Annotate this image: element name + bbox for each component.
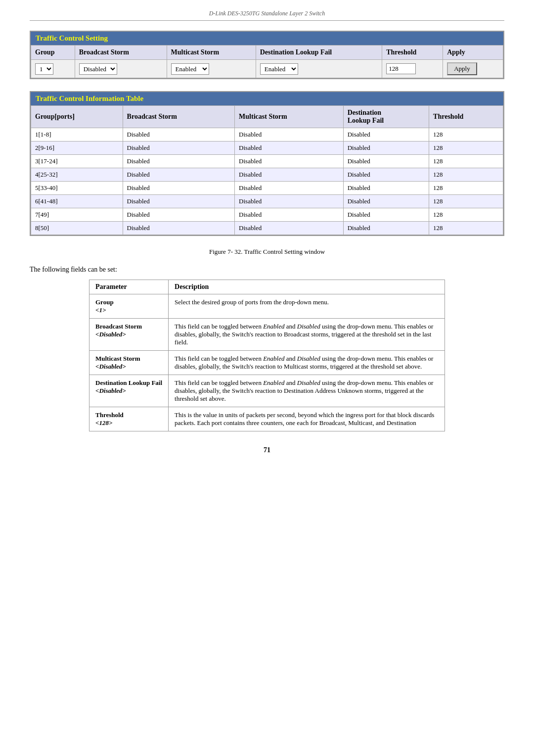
param-table: Parameter Description Group <1>Select th… xyxy=(89,280,445,431)
info-cell-dest: Disabled xyxy=(343,155,429,168)
info-cell-broadcast: Disabled xyxy=(123,155,235,168)
info-col-broadcast: Broadcast Storm xyxy=(123,106,235,128)
info-cell-group: 3[17-24] xyxy=(31,155,123,168)
page-header: D-Link DES-3250TG Standalone Layer 2 Swi… xyxy=(30,10,504,21)
param-name: Group <1> xyxy=(89,294,169,319)
info-cell-dest: Disabled xyxy=(343,142,429,155)
info-table: Group[ports] Broadcast Storm Multicast S… xyxy=(31,105,503,235)
dest-lookup-select[interactable]: Enabled Disabled xyxy=(260,63,298,75)
traffic-control-setting-panel: Traffic Control Setting Group Broadcast … xyxy=(30,31,504,79)
param-name: Destination Lookup Fail <Disabled> xyxy=(89,375,169,407)
param-row: Broadcast Storm <Disabled>This field can… xyxy=(89,319,445,351)
param-name: Broadcast Storm <Disabled> xyxy=(89,319,169,351)
following-text: The following fields can be set: xyxy=(30,266,504,274)
param-description: This field can be toggled between Enable… xyxy=(169,351,445,375)
traffic-control-setting-title: Traffic Control Setting xyxy=(31,32,503,45)
info-cell-multicast: Disabled xyxy=(235,182,344,195)
info-cell-dest: Disabled xyxy=(343,128,429,142)
param-description: This field can be toggled between Enable… xyxy=(169,319,445,351)
info-cell-multicast: Disabled xyxy=(235,222,344,235)
info-cell-multicast: Disabled xyxy=(235,128,344,142)
header-title: D-Link DES-3250TG Standalone Layer 2 Swi… xyxy=(209,10,325,17)
param-row: Threshold <128>This is the value in unit… xyxy=(89,407,445,431)
info-cell-multicast: Disabled xyxy=(235,155,344,168)
param-name: Multicast Storm <Disabled> xyxy=(89,351,169,375)
settings-table: Group Broadcast Storm Multicast Storm De… xyxy=(31,45,503,78)
traffic-control-info-content: Group[ports] Broadcast Storm Multicast S… xyxy=(31,105,503,235)
param-row: Destination Lookup Fail <Disabled>This f… xyxy=(89,375,445,407)
info-cell-group: 4[25-32] xyxy=(31,168,123,182)
info-cell-threshold: 128 xyxy=(429,195,503,208)
info-cell-broadcast: Disabled xyxy=(123,222,235,235)
info-cell-group: 6[41-48] xyxy=(31,195,123,208)
info-cell-threshold: 128 xyxy=(429,168,503,182)
info-cell-threshold: 128 xyxy=(429,128,503,142)
table-row: 2[9-16]DisabledDisabledDisabled128 xyxy=(31,142,503,155)
param-col-header: Parameter xyxy=(89,280,169,294)
info-cell-threshold: 128 xyxy=(429,182,503,195)
traffic-control-info-title: Traffic Control Information Table xyxy=(31,92,503,105)
threshold-input[interactable] xyxy=(386,63,416,74)
desc-col-header: Description xyxy=(169,280,445,294)
info-cell-dest: Disabled xyxy=(343,222,429,235)
info-cell-group: 8[50] xyxy=(31,222,123,235)
multicast-storm-select[interactable]: Enabled Disabled xyxy=(171,63,209,75)
param-description: This is the value in units of packets pe… xyxy=(169,407,445,431)
table-row: 4[25-32]DisabledDisabledDisabled128 xyxy=(31,168,503,182)
table-row: 6[41-48]DisabledDisabledDisabled128 xyxy=(31,195,503,208)
info-cell-group: 7[49] xyxy=(31,208,123,222)
settings-row: 1 2 3 4 5 6 7 8 Disabled E xyxy=(31,60,503,78)
info-cell-group: 1[1-8] xyxy=(31,128,123,142)
param-row: Group <1>Select the desired group of por… xyxy=(89,294,445,319)
info-cell-broadcast: Disabled xyxy=(123,142,235,155)
threshold-cell xyxy=(382,60,443,78)
info-col-multicast: Multicast Storm xyxy=(235,106,344,128)
table-row: 5[33-40]DisabledDisabledDisabled128 xyxy=(31,182,503,195)
info-cell-broadcast: Disabled xyxy=(123,182,235,195)
dest-lookup-cell: Enabled Disabled xyxy=(256,60,382,78)
col-group: Group xyxy=(31,46,75,60)
info-cell-threshold: 128 xyxy=(429,142,503,155)
multicast-storm-cell: Enabled Disabled xyxy=(167,60,256,78)
page-number: 71 xyxy=(30,446,504,454)
col-threshold: Threshold xyxy=(382,46,443,60)
info-cell-multicast: Disabled xyxy=(235,195,344,208)
table-row: 7[49]DisabledDisabledDisabled128 xyxy=(31,208,503,222)
figure-caption: Figure 7- 32. Traffic Control Setting wi… xyxy=(30,248,504,256)
param-description: This field can be toggled between Enable… xyxy=(169,375,445,407)
col-apply: Apply xyxy=(443,46,503,60)
info-col-dest: DestinationLookup Fail xyxy=(343,106,429,128)
info-cell-dest: Disabled xyxy=(343,182,429,195)
info-cell-broadcast: Disabled xyxy=(123,128,235,142)
table-row: 3[17-24]DisabledDisabledDisabled128 xyxy=(31,155,503,168)
info-cell-multicast: Disabled xyxy=(235,208,344,222)
group-select[interactable]: 1 2 3 4 5 6 7 8 xyxy=(35,63,53,75)
info-cell-threshold: 128 xyxy=(429,208,503,222)
info-cell-broadcast: Disabled xyxy=(123,195,235,208)
traffic-control-setting-content: Group Broadcast Storm Multicast Storm De… xyxy=(31,45,503,78)
info-cell-multicast: Disabled xyxy=(235,168,344,182)
info-cell-dest: Disabled xyxy=(343,168,429,182)
col-dest-lookup: Destination Lookup Fail xyxy=(256,46,382,60)
info-cell-threshold: 128 xyxy=(429,155,503,168)
info-cell-multicast: Disabled xyxy=(235,142,344,155)
info-cell-dest: Disabled xyxy=(343,208,429,222)
apply-cell: Apply xyxy=(443,60,503,78)
info-col-group: Group[ports] xyxy=(31,106,123,128)
table-row: 8[50]DisabledDisabledDisabled128 xyxy=(31,222,503,235)
group-cell: 1 2 3 4 5 6 7 8 xyxy=(31,60,75,78)
info-cell-dest: Disabled xyxy=(343,195,429,208)
param-description: Select the desired group of ports from t… xyxy=(169,294,445,319)
traffic-control-info-panel: Traffic Control Information Table Group[… xyxy=(30,91,504,236)
table-row: 1[1-8]DisabledDisabledDisabled128 xyxy=(31,128,503,142)
broadcast-storm-cell: Disabled Enabled xyxy=(75,60,167,78)
info-cell-threshold: 128 xyxy=(429,222,503,235)
broadcast-storm-select[interactable]: Disabled Enabled xyxy=(79,63,117,75)
info-cell-broadcast: Disabled xyxy=(123,168,235,182)
info-cell-group: 5[33-40] xyxy=(31,182,123,195)
info-col-threshold: Threshold xyxy=(429,106,503,128)
info-cell-broadcast: Disabled xyxy=(123,208,235,222)
apply-button[interactable]: Apply xyxy=(447,62,477,75)
param-row: Multicast Storm <Disabled>This field can… xyxy=(89,351,445,375)
col-broadcast-storm: Broadcast Storm xyxy=(75,46,167,60)
